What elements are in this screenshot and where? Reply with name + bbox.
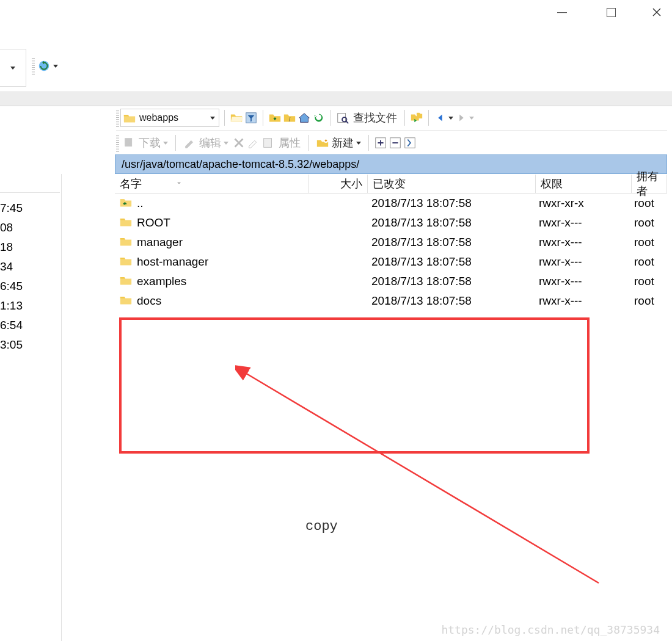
rename-button[interactable] xyxy=(247,136,260,150)
find-files-button[interactable]: 查找文件 xyxy=(351,109,400,126)
properties-icon xyxy=(261,136,275,150)
maximize-icon xyxy=(607,8,616,17)
new-label: 新建 xyxy=(332,136,354,150)
open-folder-button[interactable] xyxy=(230,111,243,125)
file-owner: root xyxy=(629,197,667,210)
chevron-down-icon xyxy=(448,117,453,120)
table-row[interactable]: docs2018/7/13 18:07:58rwxr-x---root xyxy=(115,291,667,311)
header-owner[interactable]: 拥有者 xyxy=(632,175,667,193)
table-row[interactable]: manager2018/7/13 18:07:58rwxr-x---root xyxy=(115,233,667,252)
file-perm: rwxr-xr-x xyxy=(534,197,629,210)
column-headers: 名字⌄ 大小 已改变 权限 拥有者 xyxy=(115,175,667,194)
filter-icon xyxy=(244,111,258,125)
delete-icon xyxy=(232,136,246,150)
toolbar-row-2: 下载 编辑 属性 新建 xyxy=(116,131,667,156)
window-maximize-button[interactable] xyxy=(605,6,617,18)
search-icon xyxy=(336,111,349,125)
root-folder-button[interactable]: / xyxy=(283,111,296,125)
svg-rect-9 xyxy=(264,139,272,148)
folder-icon xyxy=(120,255,132,269)
folder-selector-label: webapps xyxy=(139,112,178,123)
upper-toolbar xyxy=(0,49,672,85)
chevron-down-icon xyxy=(10,67,15,70)
file-changed: 2018/7/13 18:07:58 xyxy=(367,275,534,288)
table-row[interactable]: ..2018/7/13 18:07:58rwxr-xr-xroot xyxy=(115,194,667,213)
download-button[interactable]: 下载 xyxy=(120,134,170,151)
header-perm[interactable]: 权限 xyxy=(536,175,632,193)
rename-icon xyxy=(247,136,260,150)
file-owner: root xyxy=(629,255,667,269)
edit-button[interactable]: 编辑 xyxy=(181,134,231,151)
chevron-down-icon xyxy=(210,117,215,120)
delete-button[interactable] xyxy=(232,136,246,150)
chevron-down-icon xyxy=(469,117,474,120)
file-perm: rwxr-x--- xyxy=(534,216,629,230)
local-panel-fragment: 7:450818346:451:136:543:05 xyxy=(0,174,109,641)
parent-folder-button[interactable] xyxy=(268,111,282,125)
home-button[interactable] xyxy=(298,111,311,125)
local-time-cell: 3:05 xyxy=(0,335,23,355)
svg-line-7 xyxy=(346,121,349,124)
new-folder-icon xyxy=(316,136,329,150)
find-icon-button[interactable] xyxy=(336,111,349,125)
folder-icon xyxy=(120,236,132,250)
table-row[interactable]: examples2018/7/13 18:07:58rwxr-x---root xyxy=(115,272,667,291)
filter-button[interactable] xyxy=(244,111,258,125)
minus-icon xyxy=(389,136,402,150)
window-close-button[interactable] xyxy=(651,6,663,18)
file-name: host-manager xyxy=(137,255,208,269)
header-changed[interactable]: 已改变 xyxy=(368,175,536,193)
file-name: manager xyxy=(137,236,183,249)
refresh-button-2[interactable] xyxy=(312,111,326,125)
sort-indicator-icon: ⌄ xyxy=(176,177,182,186)
table-row[interactable]: host-manager2018/7/13 18:07:58rwxr-x---r… xyxy=(115,252,667,272)
header-size[interactable]: 大小 xyxy=(309,175,368,193)
annotation-label: copy xyxy=(305,519,338,534)
table-row[interactable]: ROOT2018/7/13 18:07:58rwxr-x---root xyxy=(115,213,667,233)
properties-button[interactable]: 属性 xyxy=(276,134,303,151)
file-name: ROOT xyxy=(137,216,170,230)
window-minimize-button[interactable]: — xyxy=(556,6,568,18)
upper-dropdown[interactable] xyxy=(0,49,26,87)
annotation-box xyxy=(119,317,590,454)
sync-button[interactable] xyxy=(410,111,423,125)
minimize-icon: — xyxy=(557,7,567,18)
forward-button[interactable] xyxy=(455,111,468,125)
toolbar-grip-icon xyxy=(116,109,119,127)
folder-up-icon xyxy=(120,197,132,211)
folder-icon xyxy=(123,112,136,123)
arrow-left-icon xyxy=(434,111,447,125)
folder-root-icon: / xyxy=(283,111,296,125)
refresh-button[interactable] xyxy=(37,59,51,73)
file-changed: 2018/7/13 18:07:58 xyxy=(367,255,534,269)
toolbar-grip-icon xyxy=(116,134,119,152)
remote-path-bar[interactable]: /usr/java/tomcat/apache-tomcat-8.5.32/we… xyxy=(115,154,667,174)
local-time-cell: 6:45 xyxy=(0,277,23,296)
home-icon xyxy=(298,111,311,125)
local-time-cell: 7:45 xyxy=(0,198,23,218)
local-time-cell: 1:13 xyxy=(0,296,23,316)
edit-label: 编辑 xyxy=(199,136,221,150)
download-label: 下载 xyxy=(139,136,161,150)
plus-button[interactable] xyxy=(374,136,387,150)
minus-button[interactable] xyxy=(389,136,402,150)
folder-icon xyxy=(120,275,132,289)
find-files-label: 查找文件 xyxy=(353,110,397,125)
folder-up-icon xyxy=(268,111,282,125)
file-perm: rwxr-x--- xyxy=(534,275,629,288)
back-button[interactable] xyxy=(434,111,447,125)
folder-selector[interactable]: webapps xyxy=(120,109,219,127)
header-name[interactable]: 名字⌄ xyxy=(115,175,309,193)
open-folder-icon xyxy=(230,111,243,125)
chevron-down-icon xyxy=(53,65,58,68)
file-owner: root xyxy=(629,275,667,288)
local-time-cell: 08 xyxy=(0,218,23,237)
new-button[interactable]: 新建 xyxy=(313,134,363,151)
select-all-button[interactable] xyxy=(403,136,417,150)
toolbar-grip-icon xyxy=(32,57,35,75)
edit-icon xyxy=(183,136,197,150)
file-changed: 2018/7/13 18:07:58 xyxy=(367,197,534,210)
folder-icon xyxy=(120,216,132,230)
properties-icon-button[interactable] xyxy=(261,136,275,150)
file-perm: rwxr-x--- xyxy=(534,255,629,269)
